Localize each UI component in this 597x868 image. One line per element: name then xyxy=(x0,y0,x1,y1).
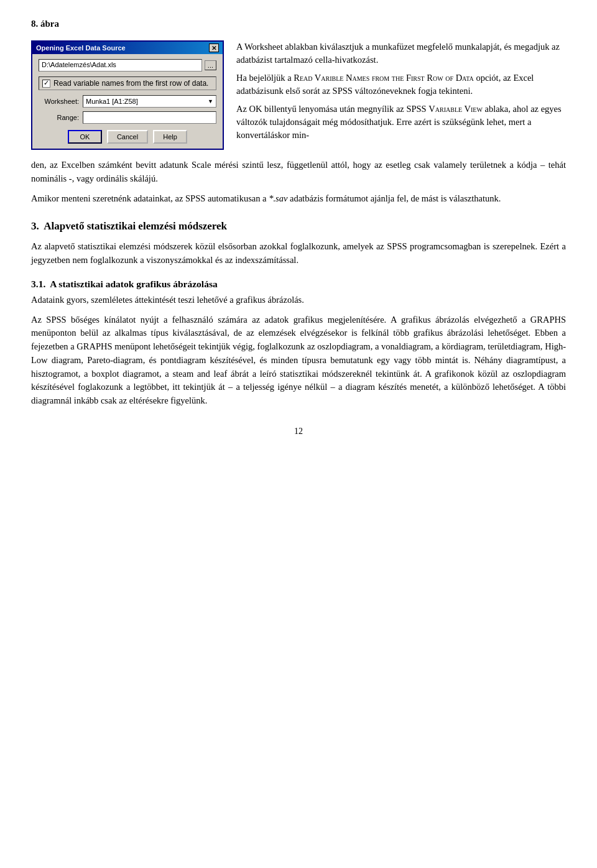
section3-heading: 3. Alapvető statisztikai elemzési módsze… xyxy=(31,220,566,233)
dialog-checkbox-row: Read variable names from the first row o… xyxy=(39,76,216,90)
side-para-2: Ha bejelöljük a Read Varible Names from … xyxy=(236,72,566,98)
read-variable-names-checkbox[interactable] xyxy=(42,80,50,88)
page-number: 12 xyxy=(31,427,566,436)
side-para-1: A Worksheet ablakban kiválasztjuk a munk… xyxy=(236,40,566,67)
dialog-body: D:\Adatelemzés\Adat.xls ... Read variabl… xyxy=(32,54,223,149)
dialog-expand-button[interactable]: ... xyxy=(205,60,216,70)
worksheet-label: Worksheet: xyxy=(39,98,79,105)
range-label: Range: xyxy=(39,114,79,121)
dialog-title: Opening Excel Data Source xyxy=(36,44,126,52)
section31-heading: 3.1. A statisztikai adatok grafikus ábrá… xyxy=(31,279,566,290)
continuation-paragraph: den, az Excelben számként bevitt adatunk… xyxy=(31,159,566,186)
section3-title: Alapvető statisztikai elemzési módszerek xyxy=(44,220,227,232)
dialog-titlebar: Opening Excel Data Source ✕ xyxy=(32,42,223,54)
side-para-3: Az OK billentyű lenyomása után megnyílik… xyxy=(236,103,566,142)
ok-button[interactable]: OK xyxy=(68,130,102,144)
dialog-range-row: Range: xyxy=(39,111,216,124)
read-varible-names-smallcaps: Read Varible Names from the First Row of… xyxy=(294,73,474,83)
figure-area: Opening Excel Data Source ✕ D:\Adatelemz… xyxy=(31,40,566,150)
paragraph2: Amikor menteni szeretnénk adatainkat, az… xyxy=(31,192,566,206)
section31-body1: Az SPSS bőséges kínálatot nyújt a felhas… xyxy=(31,313,566,408)
range-input[interactable] xyxy=(83,111,216,124)
sav-format-text: *.sav xyxy=(269,193,287,203)
worksheet-combo[interactable]: Munka1 [A1:Z58] ▼ xyxy=(83,95,216,108)
section31-subtitle: Adataink gyors, szemléletes áttekintését… xyxy=(31,293,566,307)
section3-number: 3. xyxy=(31,220,39,232)
dialog-path-input[interactable]: D:\Adatelemzés\Adat.xls xyxy=(39,59,202,72)
page-heading: 8. ábra xyxy=(31,19,566,29)
cancel-button[interactable]: Cancel xyxy=(107,130,148,144)
worksheet-arrow-icon: ▼ xyxy=(208,98,213,104)
side-text-area: A Worksheet ablakban kiválasztjuk a munk… xyxy=(236,40,566,147)
help-button[interactable]: Help xyxy=(153,130,187,144)
section31-title: A statisztikai adatok grafikus ábrázolás… xyxy=(50,279,218,289)
dialog-path-row: D:\Adatelemzés\Adat.xls ... xyxy=(39,59,216,72)
dialog-box: Opening Excel Data Source ✕ D:\Adatelemz… xyxy=(31,40,224,150)
dialog-close-button[interactable]: ✕ xyxy=(209,44,219,52)
dialog-buttons: OK Cancel Help xyxy=(39,130,216,144)
dialog-worksheet-row: Worksheet: Munka1 [A1:Z58] ▼ xyxy=(39,95,216,108)
section31-number: 3.1. xyxy=(31,279,45,289)
variable-view-smallcaps: Variable View xyxy=(428,104,483,114)
worksheet-value: Munka1 [A1:Z58] xyxy=(86,98,138,105)
section3-body: Az alapvető statisztikai elemzési módsze… xyxy=(31,240,566,267)
checkbox-label: Read variable names from the first row o… xyxy=(53,79,208,88)
